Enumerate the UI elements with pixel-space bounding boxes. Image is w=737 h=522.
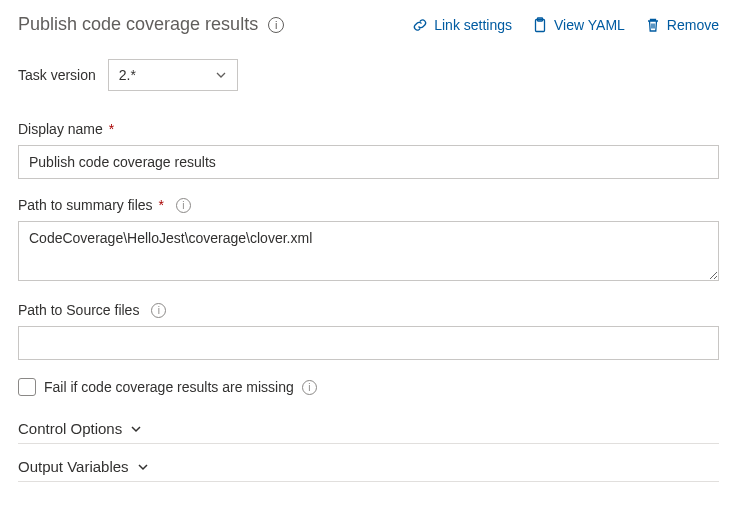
clipboard-icon <box>532 17 548 33</box>
info-icon[interactable]: i <box>151 303 166 318</box>
control-options-section[interactable]: Control Options <box>18 420 719 444</box>
link-settings-button[interactable]: Link settings <box>412 17 512 33</box>
info-icon[interactable]: i <box>302 380 317 395</box>
info-icon[interactable]: i <box>176 198 191 213</box>
view-yaml-label: View YAML <box>554 17 625 33</box>
control-options-label: Control Options <box>18 420 122 437</box>
remove-button[interactable]: Remove <box>645 17 719 33</box>
summary-path-label: Path to summary files <box>18 197 153 213</box>
display-name-label: Display name <box>18 121 103 137</box>
summary-path-input[interactable] <box>18 221 719 281</box>
required-asterisk: * <box>105 121 114 137</box>
fail-missing-label: Fail if code coverage results are missin… <box>44 379 294 395</box>
fail-missing-checkbox[interactable] <box>18 378 36 396</box>
chevron-down-icon <box>215 69 227 81</box>
remove-label: Remove <box>667 17 719 33</box>
chevron-down-icon <box>137 461 149 473</box>
required-asterisk: * <box>155 197 164 213</box>
link-icon <box>412 17 428 33</box>
output-variables-section[interactable]: Output Variables <box>18 458 719 482</box>
source-path-input[interactable] <box>18 326 719 360</box>
chevron-down-icon <box>130 423 142 435</box>
source-path-label: Path to Source files <box>18 302 139 318</box>
view-yaml-button[interactable]: View YAML <box>532 17 625 33</box>
trash-icon <box>645 17 661 33</box>
page-title: Publish code coverage results <box>18 14 258 35</box>
display-name-input[interactable] <box>18 145 719 179</box>
info-icon[interactable]: i <box>268 17 284 33</box>
task-version-select[interactable]: 2.* <box>108 59 238 91</box>
task-version-label: Task version <box>18 67 96 83</box>
link-settings-label: Link settings <box>434 17 512 33</box>
task-version-value: 2.* <box>119 67 136 83</box>
output-variables-label: Output Variables <box>18 458 129 475</box>
